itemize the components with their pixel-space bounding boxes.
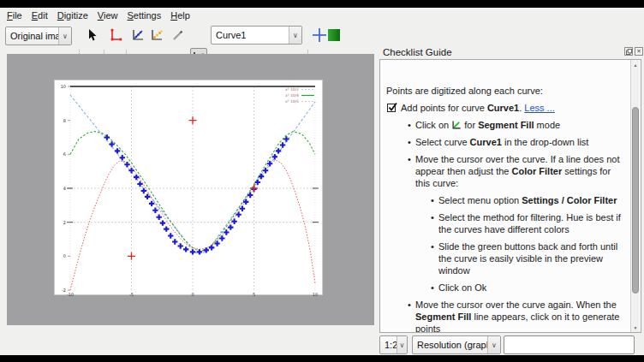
checklist-bullet-item: •Select menu option Settings / Color Fil… bbox=[386, 194, 628, 206]
curve-combo-value: Curve1 bbox=[212, 30, 289, 40]
bullet-icon: • bbox=[431, 240, 438, 276]
svg-text:x² 10/2: x² 10/2 bbox=[285, 87, 299, 92]
svg-text:5: 5 bbox=[253, 292, 255, 296]
background-combo-value: Original image bbox=[6, 31, 58, 41]
chevron-down-icon: ∨ bbox=[289, 27, 301, 44]
zoom-combo-value: 1:2 bbox=[380, 340, 397, 350]
background-combo[interactable]: Original image ∨ bbox=[5, 27, 72, 45]
svg-text:x² 10/5: x² 10/5 bbox=[285, 99, 299, 104]
menu-item-edit[interactable]: Edit bbox=[32, 10, 48, 21]
bullet-icon: • bbox=[431, 282, 438, 294]
menu-item-view[interactable]: View bbox=[98, 10, 118, 21]
scroll-up-icon[interactable]: ▲ bbox=[631, 60, 640, 69]
chevron-down-icon: ∨ bbox=[487, 336, 500, 353]
letterbox-bottom bbox=[0, 355, 644, 362]
panel-scrollbar[interactable]: ▲ ▼ bbox=[630, 60, 640, 332]
panel-float-button[interactable] bbox=[624, 47, 633, 56]
cross-icon bbox=[312, 27, 327, 43]
toolbar: Original image ∨ bbox=[0, 23, 644, 47]
bullet-icon: • bbox=[408, 153, 415, 189]
letterbox-top bbox=[0, 0, 644, 8]
point-match-tool-button[interactable] bbox=[149, 27, 164, 44]
scrollbar-thumb[interactable] bbox=[632, 107, 639, 294]
bullet-icon: • bbox=[408, 299, 415, 333]
checklist-panel: Points are digitized along each curve:Ad… bbox=[379, 59, 641, 333]
digitized-graph: 1086420-2-10-50510x² 10/2x² 10/4x² 10/5 bbox=[55, 80, 324, 296]
select-cursor-icon bbox=[85, 28, 98, 42]
checklist-bullet-item: •Move the cursor over the curve again. W… bbox=[386, 299, 628, 333]
chevron-down-icon: ∨ bbox=[58, 27, 71, 45]
checklist-bullet-item: •Click on Ok bbox=[386, 282, 628, 294]
checklist-bullet-item: •Select the method for filtering. Hue is… bbox=[386, 211, 628, 235]
menu-item-help[interactable]: Help bbox=[170, 10, 190, 21]
svg-text:2: 2 bbox=[63, 220, 66, 225]
curve-point-tool-button[interactable] bbox=[130, 27, 146, 44]
status-text-input[interactable] bbox=[504, 335, 635, 354]
checkbox-checked-icon[interactable] bbox=[387, 104, 396, 112]
bullet-icon: • bbox=[431, 211, 438, 235]
curve-combo[interactable]: Curve1 ∨ bbox=[211, 26, 302, 45]
checklist-bullet-item: •Click on for Segment Fill mode bbox=[386, 119, 628, 131]
bullet-icon: • bbox=[431, 194, 438, 206]
svg-text:-2: -2 bbox=[62, 288, 66, 293]
checklist-link[interactable]: Less ... bbox=[524, 103, 554, 113]
curve-color-swatch bbox=[328, 29, 340, 41]
curve-cross-indicator bbox=[311, 26, 327, 45]
svg-text:0: 0 bbox=[63, 253, 66, 258]
zoom-combo[interactable]: 1:2 ∨ bbox=[379, 335, 408, 354]
close-icon: ✕ bbox=[636, 49, 641, 55]
checklist-bullet-item: •Slide the green buttons back and forth … bbox=[386, 240, 628, 276]
segment-fill-icon bbox=[451, 120, 462, 130]
menu-item-file[interactable]: File bbox=[7, 10, 22, 21]
panel-close-button[interactable]: ✕ bbox=[635, 47, 643, 56]
menu-item-digitize[interactable]: Digitize bbox=[57, 10, 88, 21]
svg-text:4: 4 bbox=[63, 186, 66, 191]
svg-text:x² 10/4: x² 10/4 bbox=[285, 93, 299, 98]
select-tool-button[interactable] bbox=[84, 27, 99, 44]
menu-item-settings[interactable]: Settings bbox=[127, 10, 161, 21]
bullet-icon: • bbox=[408, 136, 415, 148]
axis-point-icon bbox=[109, 28, 122, 42]
float-icon bbox=[626, 49, 632, 55]
checklist-bullet-item: •Move the cursor over the curve. If a li… bbox=[386, 153, 628, 189]
document-canvas[interactable]: 1086420-2-10-50510x² 10/2x² 10/4x² 10/5 bbox=[7, 54, 374, 325]
scroll-down-icon[interactable]: ▼ bbox=[631, 323, 640, 332]
resolution-combo-value: Resolution (graph): bbox=[413, 340, 487, 350]
svg-text:10: 10 bbox=[61, 84, 66, 89]
axis-point-tool-button[interactable] bbox=[108, 27, 123, 44]
checklist-paragraph: Points are digitized along each curve: bbox=[386, 85, 628, 97]
point-match-icon bbox=[150, 28, 164, 42]
checklist-panel-title: Checklist Guide bbox=[383, 47, 452, 57]
svg-text:8: 8 bbox=[63, 118, 66, 123]
svg-text:6: 6 bbox=[63, 151, 66, 157]
engauge-digitizer-window: FileEditDigitizeViewSettingsHelp Origina… bbox=[0, 0, 644, 362]
checklist-content: Points are digitized along each curve:Ad… bbox=[380, 60, 631, 333]
svg-text:-10: -10 bbox=[67, 292, 74, 296]
checklist-bullet-item: •Select curve Curve1 in the drop-down li… bbox=[386, 136, 628, 148]
chevron-down-icon: ∨ bbox=[397, 336, 407, 353]
curve-point-icon bbox=[131, 28, 146, 42]
graph-image[interactable]: 1086420-2-10-50510x² 10/2x² 10/4x² 10/5 bbox=[54, 80, 323, 295]
bullet-icon: • bbox=[408, 119, 415, 131]
color-picker-icon bbox=[170, 28, 184, 42]
svg-text:0: 0 bbox=[191, 292, 194, 296]
application-frame: FileEditDigitizeViewSettingsHelp Origina… bbox=[0, 8, 644, 355]
checklist-task: Add points for curve Curve1. Less ... bbox=[386, 102, 628, 114]
status-bar: 1:2 ∨ Resolution (graph): ∨ bbox=[0, 335, 644, 355]
resolution-combo[interactable]: Resolution (graph): ∨ bbox=[412, 335, 501, 354]
svg-text:-5: -5 bbox=[129, 292, 134, 296]
svg-text:10: 10 bbox=[313, 292, 318, 296]
color-picker-tool-button[interactable] bbox=[170, 27, 185, 44]
menu-bar: FileEditDigitizeViewSettingsHelp bbox=[0, 8, 644, 23]
